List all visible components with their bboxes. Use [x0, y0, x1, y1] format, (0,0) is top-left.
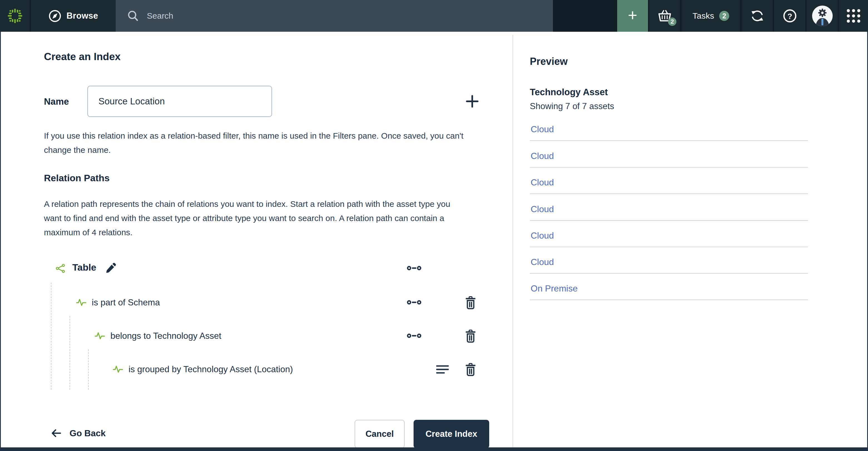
sync-button[interactable]	[741, 0, 773, 32]
avatar	[812, 6, 833, 26]
help-button[interactable]: ?	[774, 0, 805, 32]
relation-label: is grouped by Technology Asset (Location…	[128, 364, 293, 374]
asset-link[interactable]: On Premise	[531, 283, 578, 294]
apps-menu-button[interactable]	[839, 0, 868, 32]
top-navigation-bar: Browse Search + 2	[0, 0, 868, 32]
page-title: Create an Index	[44, 51, 121, 63]
preview-asset-type: Technology Asset	[530, 87, 608, 97]
panel-divider	[513, 35, 513, 447]
relation-pulse-icon	[95, 331, 105, 340]
collibra-logo-icon	[7, 8, 23, 24]
relation-label: belongs to Technology Asset	[111, 331, 221, 341]
name-help-text: If you use this relation index as a rela…	[44, 129, 478, 157]
relation-paths-description: A relation path represents the chain of …	[44, 197, 467, 239]
preview-result-row: Cloud	[530, 122, 808, 141]
preview-result-row: Cloud	[530, 202, 808, 221]
name-label: Name	[44, 96, 69, 107]
attribute-lines-icon	[436, 365, 449, 374]
window-left-edge	[0, 32, 1, 451]
search-icon	[127, 10, 139, 22]
cardinality-icon	[407, 298, 421, 307]
relation-pulse-icon	[113, 364, 123, 373]
compass-icon	[49, 9, 61, 23]
tree-guide-line	[69, 316, 70, 390]
browse-label: Browse	[66, 11, 98, 21]
asset-link[interactable]: Cloud	[531, 204, 554, 214]
add-relation-path-button[interactable]	[464, 93, 480, 110]
arrow-left-icon	[50, 427, 62, 439]
preview-result-row: Cloud	[530, 176, 808, 194]
tasks-label: Tasks	[692, 11, 714, 21]
delete-relation-button[interactable]	[463, 294, 478, 310]
asset-link[interactable]: Cloud	[531, 257, 554, 267]
app-window: Browse Search + 2	[0, 0, 868, 451]
create-index-button[interactable]: Create Index	[413, 420, 489, 448]
name-input[interactable]	[87, 86, 272, 117]
preview-result-row: Cloud	[530, 149, 808, 168]
preview-result-row: On Premise	[530, 282, 808, 300]
root-asset-type-label: Table	[72, 262, 96, 273]
cart-count-badge: 2	[668, 18, 676, 26]
window-bottom-bar	[0, 447, 868, 451]
go-back-label: Go Back	[69, 428, 106, 439]
preview-result-row: Cloud	[530, 255, 808, 274]
basket-icon: 2	[657, 9, 672, 23]
relation-paths-heading: Relation Paths	[44, 173, 110, 184]
preview-heading: Preview	[530, 56, 568, 67]
preview-result-row: Cloud	[530, 229, 808, 247]
cancel-button[interactable]: Cancel	[354, 420, 405, 448]
search-placeholder: Search	[147, 11, 173, 21]
delete-relation-button[interactable]	[463, 361, 478, 377]
cardinality-icon	[407, 331, 421, 340]
relation-nodes-icon	[56, 264, 65, 273]
question-circle-icon: ?	[783, 9, 797, 23]
relation-row: is part of Schema	[0, 294, 501, 311]
apps-grid-icon	[846, 9, 861, 23]
preview-count-text: Showing 7 of 7 assets	[530, 101, 614, 112]
asset-link[interactable]: Cloud	[531, 124, 554, 135]
global-search-bar[interactable]: Search	[116, 0, 553, 32]
relation-label: is part of Schema	[92, 297, 160, 308]
edit-root-button[interactable]	[104, 261, 117, 275]
tasks-button[interactable]: Tasks 2	[681, 0, 740, 32]
nav-browse[interactable]: Browse	[31, 0, 116, 32]
asset-link[interactable]: Cloud	[531, 230, 554, 241]
cardinality-icon	[407, 264, 421, 273]
relation-path-root-row: Table	[0, 260, 501, 277]
svg-text:?: ?	[787, 12, 792, 21]
relation-pulse-icon	[76, 298, 86, 307]
user-menu-button[interactable]	[807, 0, 838, 32]
asset-link[interactable]: Cloud	[531, 177, 554, 188]
tasks-count-badge: 2	[719, 11, 729, 21]
delete-relation-button[interactable]	[463, 328, 478, 343]
plus-icon: +	[628, 7, 638, 23]
relation-row: belongs to Technology Asset	[0, 328, 501, 344]
sync-arrows-icon	[750, 9, 765, 23]
go-back-button[interactable]: Go Back	[50, 427, 106, 439]
cart-button[interactable]: 2	[649, 0, 680, 32]
relation-row: is grouped by Technology Asset (Location…	[0, 361, 501, 377]
add-button[interactable]: +	[617, 0, 648, 32]
asset-link[interactable]: Cloud	[531, 151, 554, 161]
home-logo-button[interactable]	[0, 0, 30, 32]
